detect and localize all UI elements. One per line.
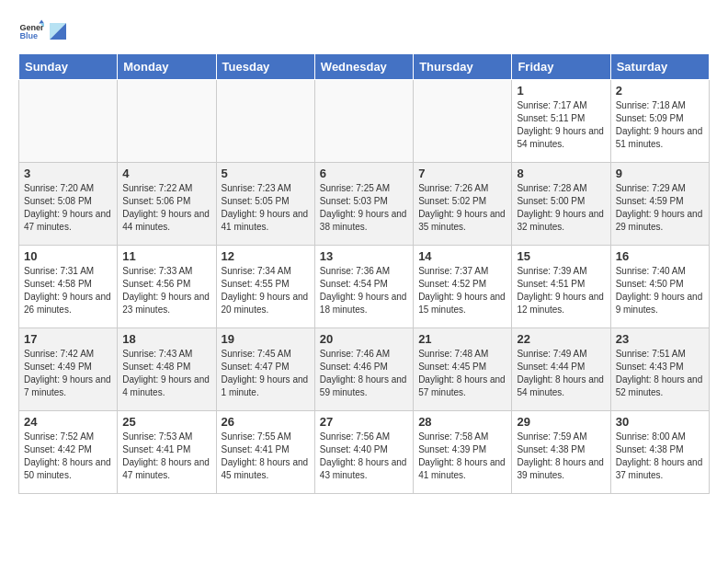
day-number: 22 [517, 332, 605, 346]
day-info: Sunrise: 7:55 AM Sunset: 4:41 PM Dayligh… [222, 431, 310, 482]
day-info: Sunrise: 7:22 AM Sunset: 5:06 PM Dayligh… [122, 182, 210, 234]
logo-icon: General Blue [18, 18, 44, 44]
day-info: Sunrise: 7:49 AM Sunset: 4:44 PM Dayligh… [517, 348, 605, 399]
day-number: 26 [222, 415, 310, 429]
calendar-cell [414, 80, 512, 163]
logo-triangle-icon [50, 23, 66, 40]
column-header-sunday: Sunday [19, 54, 118, 80]
calendar-cell: 27Sunrise: 7:56 AM Sunset: 4:40 PM Dayli… [314, 411, 413, 494]
calendar-cell [314, 80, 413, 163]
calendar-cell [118, 80, 216, 163]
calendar-cell: 9Sunrise: 7:29 AM Sunset: 4:59 PM Daylig… [610, 163, 709, 246]
calendar-cell: 22Sunrise: 7:49 AM Sunset: 4:44 PM Dayli… [512, 328, 610, 411]
day-number: 30 [616, 415, 704, 429]
calendar-cell: 2Sunrise: 7:18 AM Sunset: 5:09 PM Daylig… [610, 80, 709, 163]
calendar-cell [19, 80, 118, 163]
svg-text:Blue: Blue [19, 31, 38, 40]
day-info: Sunrise: 7:56 AM Sunset: 4:40 PM Dayligh… [320, 431, 408, 482]
day-info: Sunrise: 7:34 AM Sunset: 4:55 PM Dayligh… [222, 265, 310, 316]
column-header-saturday: Saturday [610, 54, 709, 80]
calendar-cell [216, 80, 314, 163]
day-number: 29 [517, 415, 605, 429]
day-info: Sunrise: 7:48 AM Sunset: 4:45 PM Dayligh… [418, 348, 506, 399]
day-number: 9 [616, 167, 704, 180]
calendar-cell: 5Sunrise: 7:23 AM Sunset: 5:05 PM Daylig… [216, 163, 314, 246]
calendar-cell: 19Sunrise: 7:45 AM Sunset: 4:47 PM Dayli… [216, 328, 314, 411]
day-number: 11 [122, 249, 210, 263]
calendar-cell: 10Sunrise: 7:31 AM Sunset: 4:58 PM Dayli… [19, 246, 118, 328]
day-info: Sunrise: 7:20 AM Sunset: 5:08 PM Dayligh… [24, 182, 112, 234]
calendar-cell: 28Sunrise: 7:58 AM Sunset: 4:39 PM Dayli… [414, 411, 512, 494]
day-info: Sunrise: 7:42 AM Sunset: 4:49 PM Dayligh… [24, 348, 112, 399]
column-header-thursday: Thursday [414, 54, 512, 80]
calendar-cell: 3Sunrise: 7:20 AM Sunset: 5:08 PM Daylig… [19, 163, 118, 246]
day-number: 20 [320, 332, 408, 346]
svg-text:General: General [19, 23, 44, 32]
day-number: 13 [320, 249, 408, 263]
calendar-cell: 4Sunrise: 7:22 AM Sunset: 5:06 PM Daylig… [118, 163, 216, 246]
column-header-wednesday: Wednesday [314, 54, 413, 80]
calendar-week-row: 1Sunrise: 7:17 AM Sunset: 5:11 PM Daylig… [19, 80, 710, 163]
calendar-week-row: 3Sunrise: 7:20 AM Sunset: 5:08 PM Daylig… [19, 163, 710, 246]
day-number: 7 [418, 167, 506, 180]
day-number: 15 [517, 249, 605, 263]
day-number: 5 [222, 167, 310, 180]
day-number: 27 [320, 415, 408, 429]
day-number: 6 [320, 167, 408, 180]
day-info: Sunrise: 7:58 AM Sunset: 4:39 PM Dayligh… [418, 431, 506, 482]
day-info: Sunrise: 7:40 AM Sunset: 4:50 PM Dayligh… [616, 265, 704, 316]
day-number: 18 [122, 332, 210, 346]
day-number: 21 [418, 332, 506, 346]
day-number: 2 [616, 84, 704, 98]
day-info: Sunrise: 7:51 AM Sunset: 4:43 PM Dayligh… [616, 348, 704, 399]
day-number: 28 [418, 415, 506, 429]
calendar-cell: 29Sunrise: 7:59 AM Sunset: 4:38 PM Dayli… [512, 411, 610, 494]
day-info: Sunrise: 7:17 AM Sunset: 5:11 PM Dayligh… [517, 99, 605, 151]
day-info: Sunrise: 7:39 AM Sunset: 4:51 PM Dayligh… [517, 265, 605, 316]
day-info: Sunrise: 7:23 AM Sunset: 5:05 PM Dayligh… [222, 182, 310, 234]
calendar-cell: 1Sunrise: 7:17 AM Sunset: 5:11 PM Daylig… [512, 80, 610, 163]
day-info: Sunrise: 7:37 AM Sunset: 4:52 PM Dayligh… [418, 265, 506, 316]
day-info: Sunrise: 7:36 AM Sunset: 4:54 PM Dayligh… [320, 265, 408, 316]
calendar-week-row: 17Sunrise: 7:42 AM Sunset: 4:49 PM Dayli… [19, 328, 710, 411]
day-number: 14 [418, 249, 506, 263]
calendar-cell: 16Sunrise: 7:40 AM Sunset: 4:50 PM Dayli… [610, 246, 709, 328]
day-info: Sunrise: 7:59 AM Sunset: 4:38 PM Dayligh… [517, 431, 605, 482]
calendar-cell: 15Sunrise: 7:39 AM Sunset: 4:51 PM Dayli… [512, 246, 610, 328]
day-number: 8 [517, 167, 605, 180]
day-info: Sunrise: 7:26 AM Sunset: 5:02 PM Dayligh… [418, 182, 506, 234]
page-header: General Blue [18, 18, 710, 44]
calendar-header-row: SundayMondayTuesdayWednesdayThursdayFrid… [19, 54, 710, 80]
day-number: 12 [222, 249, 310, 263]
day-number: 1 [517, 84, 605, 98]
logo: General Blue [18, 18, 66, 44]
calendar-cell: 12Sunrise: 7:34 AM Sunset: 4:55 PM Dayli… [216, 246, 314, 328]
day-number: 25 [122, 415, 210, 429]
day-info: Sunrise: 7:45 AM Sunset: 4:47 PM Dayligh… [222, 348, 310, 399]
calendar-cell: 25Sunrise: 7:53 AM Sunset: 4:41 PM Dayli… [118, 411, 216, 494]
column-header-friday: Friday [512, 54, 610, 80]
day-info: Sunrise: 7:25 AM Sunset: 5:03 PM Dayligh… [320, 182, 408, 234]
calendar-cell: 18Sunrise: 7:43 AM Sunset: 4:48 PM Dayli… [118, 328, 216, 411]
day-number: 24 [24, 415, 112, 429]
calendar-week-row: 10Sunrise: 7:31 AM Sunset: 4:58 PM Dayli… [19, 246, 710, 328]
calendar-table: SundayMondayTuesdayWednesdayThursdayFrid… [18, 53, 710, 494]
day-info: Sunrise: 7:43 AM Sunset: 4:48 PM Dayligh… [122, 348, 210, 399]
calendar-cell: 20Sunrise: 7:46 AM Sunset: 4:46 PM Dayli… [314, 328, 413, 411]
column-header-monday: Monday [118, 54, 216, 80]
day-number: 19 [222, 332, 310, 346]
calendar-cell: 24Sunrise: 7:52 AM Sunset: 4:42 PM Dayli… [19, 411, 118, 494]
calendar-cell: 13Sunrise: 7:36 AM Sunset: 4:54 PM Dayli… [314, 246, 413, 328]
day-number: 4 [122, 167, 210, 180]
day-info: Sunrise: 7:29 AM Sunset: 4:59 PM Dayligh… [616, 182, 704, 234]
day-info: Sunrise: 7:28 AM Sunset: 5:00 PM Dayligh… [517, 182, 605, 234]
day-number: 16 [616, 249, 704, 263]
day-info: Sunrise: 7:52 AM Sunset: 4:42 PM Dayligh… [24, 431, 112, 482]
day-info: Sunrise: 7:31 AM Sunset: 4:58 PM Dayligh… [24, 265, 112, 316]
day-number: 17 [24, 332, 112, 346]
calendar-cell: 14Sunrise: 7:37 AM Sunset: 4:52 PM Dayli… [414, 246, 512, 328]
day-info: Sunrise: 7:18 AM Sunset: 5:09 PM Dayligh… [616, 99, 704, 151]
calendar-cell: 8Sunrise: 7:28 AM Sunset: 5:00 PM Daylig… [512, 163, 610, 246]
calendar-cell: 11Sunrise: 7:33 AM Sunset: 4:56 PM Dayli… [118, 246, 216, 328]
day-number: 10 [24, 249, 112, 263]
